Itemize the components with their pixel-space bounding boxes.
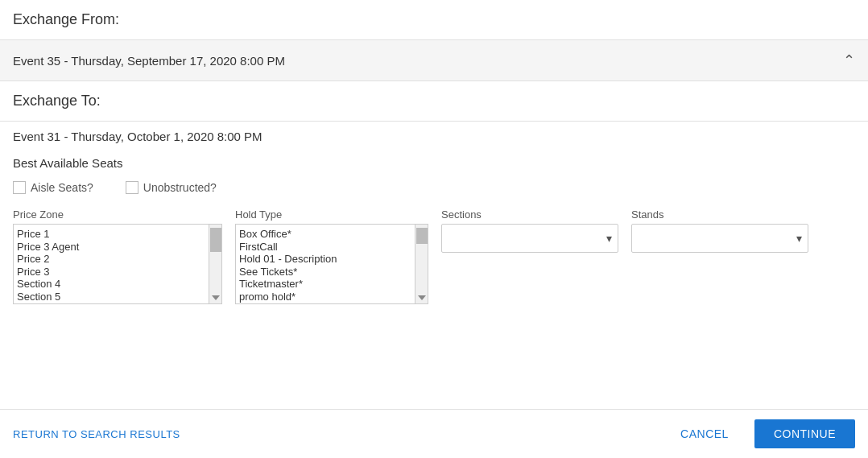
footer: RETURN TO SEARCH RESULTS CANCEL CONTINUE (0, 409, 868, 458)
stands-group: Stands (631, 208, 808, 304)
exchange-to-header: Exchange To: (0, 81, 868, 121)
hold-type-scrollbar (415, 225, 428, 303)
continue-button[interactable]: CONTINUE (754, 419, 855, 448)
aisle-seats-checkbox[interactable] (13, 181, 26, 194)
stands-select-wrapper (631, 224, 808, 253)
sections-label: Sections (441, 208, 618, 221)
return-to-search-button[interactable]: RETURN TO SEARCH RESULTS (13, 422, 180, 447)
exchange-to-label: Exchange To: (13, 93, 101, 109)
price-zone-scrollbar (209, 225, 221, 303)
best-available-label: Best Available Seats (0, 151, 868, 175)
main-content: Exchange From: Event 35 - Thursday, Sept… (0, 0, 868, 409)
aisle-seats-checkbox-label[interactable]: Aisle Seats? (13, 181, 93, 194)
price-zone-scroll-down-icon (212, 295, 220, 300)
event-to-bar: Event 31 - Thursday, October 1, 2020 8:0… (0, 122, 868, 151)
sections-select-wrapper (441, 224, 618, 253)
stands-label: Stands (631, 208, 808, 221)
hold-type-listbox[interactable]: Box Office* FirstCall Hold 01 - Descript… (236, 225, 415, 303)
event-from-bar[interactable]: Event 35 - Thursday, September 17, 2020 … (0, 40, 868, 80)
sections-group: Sections (441, 208, 618, 304)
hold-type-scroll-down-icon (418, 295, 426, 300)
hold-type-group: Hold Type Box Office* FirstCall Hold 01 … (235, 208, 428, 304)
price-zone-scrollbar-thumb (210, 228, 221, 252)
unobstructed-checkbox-label[interactable]: Unobstructed? (126, 181, 217, 194)
hold-type-label: Hold Type (235, 208, 428, 221)
hold-type-scrollbar-thumb (416, 228, 428, 244)
chevron-up-icon: ⌃ (843, 52, 855, 69)
cancel-button[interactable]: CANCEL (664, 419, 745, 448)
unobstructed-checkbox[interactable] (126, 181, 138, 194)
exchange-from-label: Exchange From: (13, 11, 119, 27)
hold-type-listbox-wrapper: Box Office* FirstCall Hold 01 - Descript… (235, 224, 428, 304)
exchange-from-header: Exchange From: (0, 0, 868, 39)
unobstructed-text: Unobstructed? (143, 181, 217, 194)
checkboxes-row: Aisle Seats? Unobstructed? (0, 175, 868, 200)
sections-select[interactable] (441, 224, 618, 253)
event-to-label: Event 31 - Thursday, October 1, 2020 8:0… (13, 130, 262, 143)
event-from-label: Event 35 - Thursday, September 17, 2020 … (13, 54, 285, 68)
price-zone-group: Price Zone Price 1 Price 3 Agent Price 2… (13, 208, 222, 304)
stands-select[interactable] (631, 224, 808, 253)
aisle-seats-text: Aisle Seats? (31, 181, 93, 194)
price-zone-listbox-wrapper: Price 1 Price 3 Agent Price 2 Price 3 Se… (13, 224, 222, 304)
price-zone-label: Price Zone (13, 208, 222, 221)
price-zone-listbox[interactable]: Price 1 Price 3 Agent Price 2 Price 3 Se… (14, 225, 221, 303)
footer-right: CANCEL CONTINUE (664, 419, 855, 448)
filters-row: Price Zone Price 1 Price 3 Agent Price 2… (0, 200, 868, 312)
